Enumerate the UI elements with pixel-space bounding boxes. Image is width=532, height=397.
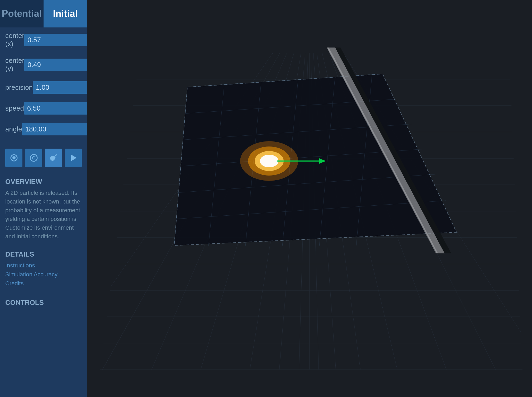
svg-line-6 (55, 156, 56, 157)
param-label-speed: speed (5, 104, 24, 112)
svg-point-4 (50, 156, 55, 161)
param-label-centerx: center (x) (5, 32, 24, 48)
draw-tool-icon (49, 153, 58, 163)
controls-title: CONTROLS (0, 293, 87, 309)
tab-bar: Potential Initial (0, 0, 87, 27)
details-title: DETAILS (0, 245, 87, 261)
svg-point-55 (260, 155, 278, 167)
scene-svg (87, 0, 532, 397)
param-section: center (x) center (y) precision speed an… (0, 27, 87, 146)
param-label-precision: precision (5, 83, 33, 92)
svg-point-3 (32, 157, 35, 159)
param-row-angle: angle (5, 123, 82, 135)
svg-marker-7 (71, 155, 77, 161)
overview-title: OVERVIEW (0, 172, 87, 188)
credits-link[interactable]: Credits (0, 279, 87, 288)
param-row-centerx: center (x) (5, 32, 82, 48)
svg-line-5 (55, 155, 57, 156)
instructions-link[interactable]: Instructions (0, 261, 87, 270)
edit-particle-button[interactable] (25, 149, 42, 167)
tab-potential[interactable]: Potential (0, 0, 44, 27)
svg-point-2 (30, 154, 37, 161)
add-particle-icon (9, 153, 19, 163)
draw-tool-button[interactable] (45, 149, 62, 167)
play-button[interactable] (65, 149, 82, 167)
param-label-angle: angle (5, 125, 22, 133)
action-controls (0, 146, 87, 170)
simulation-accuracy-link[interactable]: Simulation Accuracy (0, 270, 87, 279)
param-row-centery: center (y) (5, 56, 82, 73)
param-row-speed: speed (5, 102, 82, 115)
param-row-precision: precision (5, 81, 82, 94)
param-label-centery: center (y) (5, 56, 24, 73)
viewport[interactable] (87, 0, 532, 397)
edit-particle-icon (29, 153, 39, 163)
play-icon (69, 153, 78, 163)
sidebar: Potential Initial center (x) center (y) … (0, 0, 87, 397)
scene (87, 0, 532, 397)
tab-initial[interactable]: Initial (44, 0, 87, 27)
svg-point-1 (12, 156, 16, 159)
add-particle-button[interactable] (5, 149, 22, 167)
overview-text: A 2D particle is released. Its location … (0, 188, 87, 245)
